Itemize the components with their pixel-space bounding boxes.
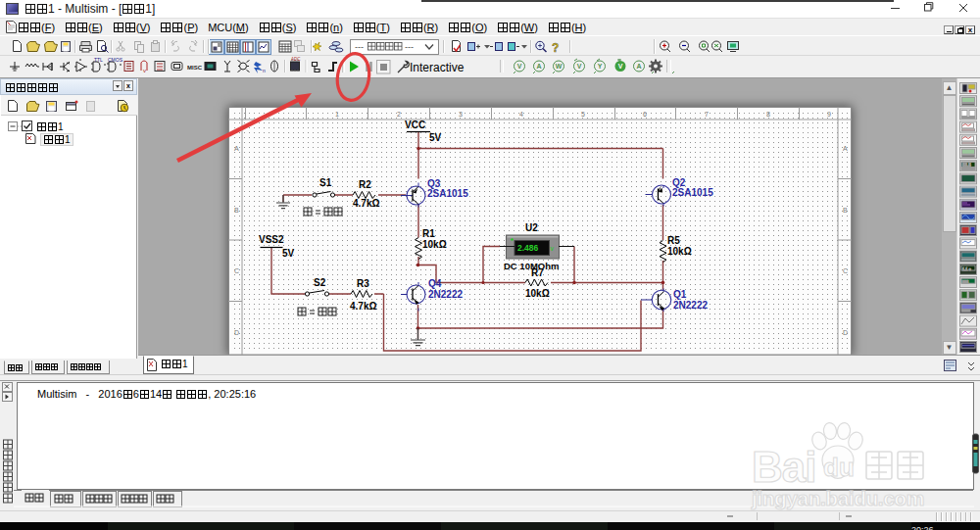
svg-text:du: du [823, 453, 855, 482]
svg-text:jingyan.baidu.com: jingyan.baidu.com [751, 487, 924, 509]
svg-text:Bai: Bai [752, 443, 815, 491]
